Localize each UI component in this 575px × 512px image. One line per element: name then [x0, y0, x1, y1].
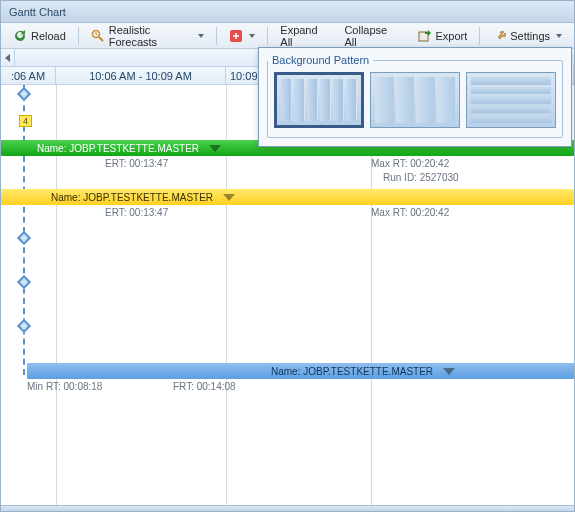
diamond-marker-icon[interactable] [17, 275, 31, 289]
pattern-option-1[interactable] [274, 72, 364, 128]
pattern-option-2[interactable] [370, 72, 460, 128]
maxrt-text: Max RT: 00:20:42 [371, 158, 449, 169]
expand-all-button[interactable]: Expand All [274, 26, 334, 46]
chevron-down-icon [198, 34, 204, 38]
settings-icon [492, 29, 506, 43]
gantt-bar-blue[interactable]: Name: JOBP.TESTKETTE.MASTER [27, 363, 574, 379]
chevron-down-icon [223, 194, 235, 201]
toolbar: Reload Realistic Forecasts Expand All Co… [1, 23, 574, 49]
background-pattern-group: Background Pattern [267, 54, 563, 138]
settings-popup: Background Pattern [258, 47, 572, 147]
chevron-down-icon [556, 34, 562, 38]
separator [78, 27, 79, 45]
chevron-down-icon [209, 145, 221, 152]
time-col-0: :06 AM [1, 67, 56, 84]
pattern-option-3[interactable] [466, 72, 556, 128]
time-col-1: 10:06 AM - 10:09 AM [56, 67, 226, 84]
reload-button[interactable]: Reload [7, 26, 72, 46]
runid-text: Run ID: 2527030 [383, 172, 459, 183]
reload-icon [13, 29, 27, 43]
expand-label: Expand All [280, 24, 328, 48]
separator [267, 27, 268, 45]
count-marker[interactable]: 4 [19, 115, 32, 127]
arrow-left-icon [5, 54, 10, 62]
bar-label: Name: JOBP.TESTKETTE.MASTER [45, 192, 219, 203]
export-icon [418, 29, 432, 43]
ert-text: ERT: 00:13:47 [105, 158, 168, 169]
export-label: Export [436, 30, 468, 42]
settings-label: Settings [510, 30, 550, 42]
diamond-marker-icon[interactable] [17, 231, 31, 245]
window-title: Gantt Chart [9, 6, 66, 18]
gantt-chart-area[interactable]: 4 Name: JOBP.TESTKETTE.MASTER ERT: 00:13… [1, 85, 574, 505]
popup-title: Background Pattern [268, 54, 373, 66]
chevron-down-icon [249, 34, 255, 38]
window-footer [1, 505, 574, 511]
frt-text: FRT: 00:14:08 [173, 381, 236, 392]
bar-label: Name: JOBP.TESTKETTE.MASTER [265, 366, 439, 377]
gantt-bar-yellow[interactable]: Name: JOBP.TESTKETTE.MASTER [1, 189, 574, 205]
collapse-label: Collapse All [344, 24, 397, 48]
collapse-all-button[interactable]: Collapse All [338, 26, 403, 46]
scroll-left-button[interactable] [1, 49, 15, 67]
window-titlebar: Gantt Chart [1, 1, 574, 23]
bar-label: Name: JOBP.TESTKETTE.MASTER [31, 143, 205, 154]
diamond-marker-icon[interactable] [17, 319, 31, 333]
ert-text: ERT: 00:13:47 [105, 207, 168, 218]
maxrt-text: Max RT: 00:20:42 [371, 207, 449, 218]
export-button[interactable]: Export [412, 26, 474, 46]
chevron-down-icon [443, 368, 455, 375]
forecasts-label: Realistic Forecasts [109, 24, 193, 48]
minrt-text: Min RT: 00:08:18 [27, 381, 102, 392]
separator [216, 27, 217, 45]
separator [479, 27, 480, 45]
view-options-button[interactable] [223, 26, 261, 46]
forecast-icon [91, 29, 105, 43]
settings-button[interactable]: Settings [486, 26, 568, 46]
diamond-marker-icon [17, 87, 31, 101]
forecasts-button[interactable]: Realistic Forecasts [85, 26, 211, 46]
reload-label: Reload [31, 30, 66, 42]
options-icon [229, 29, 243, 43]
